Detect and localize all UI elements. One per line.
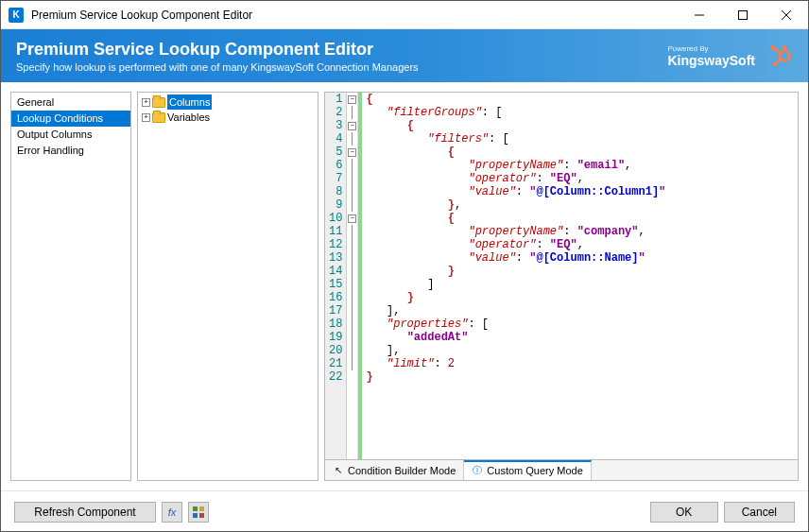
- fold-toggle[interactable]: −: [348, 215, 356, 223]
- line-gutter: 12345678910111213141516171819202122: [325, 93, 347, 459]
- tree-label: Variables: [167, 110, 210, 125]
- condition-builder-mode-label: Condition Builder Mode: [348, 465, 456, 476]
- fold-toggle[interactable]: −: [348, 148, 356, 157]
- expand-icon[interactable]: +: [142, 113, 150, 122]
- tree-node-columns[interactable]: +Columns: [140, 94, 316, 110]
- nav-item-general[interactable]: General: [11, 94, 130, 111]
- code-editor[interactable]: 12345678910111213141516171819202122 −−−−…: [324, 92, 799, 460]
- window-title: Premium Service Lookup Component Editor: [31, 9, 678, 22]
- nav-panel: GeneralLookup ConditionsOutput ColumnsEr…: [10, 92, 131, 481]
- kingswaysoft-logo: Powered By KingswaySoft: [667, 44, 755, 68]
- code-text[interactable]: { "filterGroups": [ { "filters": [ { "pr…: [362, 93, 669, 459]
- fold-gutter: −−−−: [347, 93, 358, 459]
- editor-wrap: 12345678910111213141516171819202122 −−−−…: [324, 92, 799, 481]
- window-controls: [678, 1, 808, 29]
- header-banner: Premium Service Lookup Component Editor …: [1, 29, 808, 82]
- footer: Refresh Component fx OK Cancel: [1, 490, 808, 532]
- svg-rect-11: [193, 506, 198, 511]
- svg-rect-12: [199, 506, 204, 511]
- folder-icon: [152, 112, 165, 123]
- maximize-button[interactable]: [721, 1, 765, 29]
- condition-builder-mode-tab[interactable]: ↖ Condition Builder Mode: [325, 460, 464, 480]
- header-title: Premium Service Lookup Component Editor: [16, 40, 667, 60]
- svg-rect-14: [199, 513, 204, 518]
- tree-label: Columns: [167, 94, 212, 110]
- nav-item-lookup-conditions[interactable]: Lookup Conditions: [11, 111, 130, 127]
- titlebar: K Premium Service Lookup Component Edito…: [1, 1, 808, 29]
- minimize-button[interactable]: [678, 1, 721, 29]
- text-cursor-icon: Ⓘ: [472, 465, 483, 476]
- header-subtitle: Specify how lookup is performed with one…: [16, 61, 667, 73]
- nav-item-output-columns[interactable]: Output Columns: [11, 127, 130, 143]
- expression-button[interactable]: fx: [162, 502, 182, 523]
- refresh-component-button[interactable]: Refresh Component: [14, 502, 156, 523]
- folder-icon: [152, 97, 165, 108]
- tree-panel: +Columns+Variables: [137, 92, 318, 481]
- cursor-icon: ↖: [333, 465, 344, 476]
- tree-node-variables[interactable]: +Variables: [140, 110, 316, 125]
- svg-line-10: [777, 60, 781, 63]
- fold-toggle[interactable]: −: [348, 122, 356, 130]
- brand-name: KingswaySoft: [667, 53, 755, 68]
- custom-query-mode-label: Custom Query Mode: [487, 465, 582, 476]
- svg-rect-13: [193, 513, 198, 518]
- expand-icon[interactable]: +: [142, 98, 150, 107]
- powered-by-label: Powered By: [667, 44, 708, 53]
- ok-button[interactable]: OK: [650, 502, 718, 523]
- svg-rect-1: [739, 10, 748, 19]
- close-button[interactable]: [765, 1, 808, 29]
- mapping-button[interactable]: [188, 502, 209, 523]
- custom-query-mode-tab[interactable]: Ⓘ Custom Query Mode: [464, 460, 591, 480]
- content-area: GeneralLookup ConditionsOutput ColumnsEr…: [1, 82, 808, 490]
- svg-point-7: [773, 62, 777, 66]
- svg-line-9: [775, 49, 781, 53]
- editor-mode-bar: ↖ Condition Builder Mode Ⓘ Custom Query …: [324, 460, 799, 481]
- app-icon: K: [9, 8, 24, 23]
- hubspot-icon: [766, 43, 793, 69]
- fold-toggle[interactable]: −: [348, 95, 356, 104]
- brand-area: Powered By KingswaySoft: [667, 43, 793, 69]
- svg-point-5: [783, 45, 786, 49]
- cancel-button[interactable]: Cancel: [724, 502, 795, 523]
- nav-item-error-handling[interactable]: Error Handling: [11, 143, 130, 159]
